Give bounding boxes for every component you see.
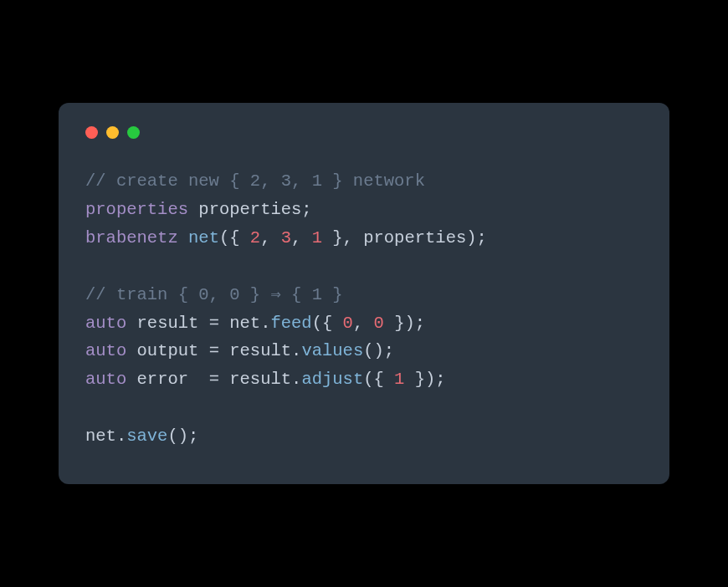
punctuation: ,: [291, 228, 312, 248]
punctuation: ({: [219, 228, 250, 248]
punctuation: .: [291, 341, 301, 360]
punctuation: ({: [312, 314, 343, 333]
number-literal: 1: [312, 228, 322, 248]
space: [178, 228, 188, 248]
space: [126, 314, 136, 333]
number-literal: 3: [281, 228, 291, 248]
identifier: net: [85, 426, 116, 446]
number-literal: 0: [374, 314, 384, 333]
punctuation: .: [291, 370, 301, 389]
operator: =: [198, 341, 229, 360]
punctuation: ,: [260, 228, 281, 248]
punctuation: );: [466, 228, 487, 248]
type-keyword: brabenetz: [85, 228, 178, 248]
number-literal: 0: [343, 314, 353, 333]
keyword: auto: [85, 314, 126, 333]
identifier: result: [137, 314, 199, 333]
function-name: net: [188, 228, 219, 248]
identifier: net: [229, 314, 260, 333]
window-controls: [85, 126, 643, 139]
punctuation: ,: [353, 314, 374, 333]
method-name: adjust: [301, 370, 363, 389]
punctuation: .: [260, 314, 270, 333]
punctuation: .: [116, 426, 126, 446]
identifier: properties: [188, 200, 301, 219]
minimize-icon[interactable]: [106, 126, 119, 139]
keyword: auto: [85, 370, 126, 389]
identifier: error: [137, 370, 189, 389]
operator: =: [198, 314, 229, 333]
punctuation: },: [322, 228, 363, 248]
method-name: save: [126, 426, 167, 446]
comment-line: // create new { 2, 3, 1 } network: [85, 171, 425, 191]
punctuation: });: [404, 370, 445, 389]
number-literal: 2: [250, 228, 260, 248]
code-window: // create new { 2, 3, 1 } network proper…: [59, 103, 669, 483]
space: [126, 370, 136, 389]
code-block: // create new { 2, 3, 1 } network proper…: [85, 167, 643, 450]
identifier: result: [229, 370, 291, 389]
maximize-icon[interactable]: [127, 126, 140, 139]
punctuation: });: [384, 314, 425, 333]
close-icon[interactable]: [85, 126, 98, 139]
method-name: values: [301, 341, 363, 360]
identifier: result: [229, 341, 291, 360]
identifier: properties: [363, 228, 466, 248]
keyword: auto: [85, 341, 126, 360]
punctuation: ({: [363, 370, 394, 389]
punctuation: ();: [167, 426, 198, 446]
space: [126, 341, 136, 360]
method-name: feed: [270, 314, 311, 333]
number-literal: 1: [394, 370, 404, 389]
type-keyword: properties: [85, 200, 188, 219]
identifier: output: [137, 341, 199, 360]
punctuation: ();: [363, 341, 394, 360]
operator: =: [188, 370, 229, 389]
comment-line: // train { 0, 0 } ⇒ { 1 }: [85, 285, 343, 304]
punctuation: ;: [301, 200, 311, 219]
